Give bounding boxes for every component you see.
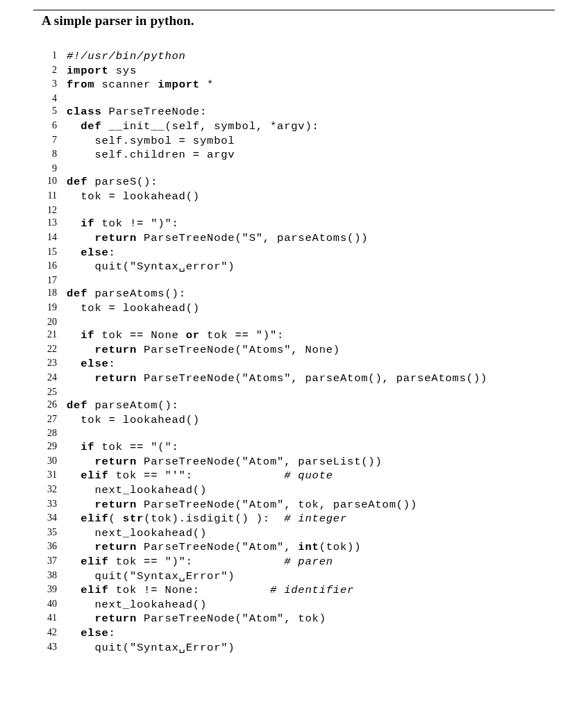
code-line: 18def parseAtoms(): <box>33 287 555 301</box>
text-token: tok != ")": <box>94 217 178 230</box>
keyword-token: int <box>298 541 319 553</box>
code-line: 11 tok = lookahead() <box>33 190 555 204</box>
text-token: (tok).isdigit() ): <box>144 512 284 525</box>
text-token: ( <box>109 512 123 525</box>
code-content: return ParseTreeNode("Atom", parseList()… <box>67 455 555 469</box>
line-number: 10 <box>33 175 67 190</box>
text-token <box>67 499 94 511</box>
code-line: 37 elif tok == ")": # paren <box>33 555 555 569</box>
text-token: tok != None: <box>109 584 270 596</box>
line-number: 19 <box>33 301 67 316</box>
text-token: ParseTreeNode("Atom", tok) <box>137 612 326 625</box>
code-line: 14 return ParseTreeNode("S", parseAtoms(… <box>33 231 555 246</box>
code-line: 4 <box>33 92 555 106</box>
code-line: 13 if tok != ")": <box>33 217 555 231</box>
code-content: quit("Syntax␣error") <box>67 260 555 274</box>
text-token: parseAtom(): <box>87 399 178 412</box>
code-content: return ParseTreeNode("Atom", tok, parseA… <box>67 498 555 512</box>
text-token: tok == ")": <box>109 555 285 568</box>
text-token: tok = lookahead() <box>67 190 200 203</box>
keyword-token: def <box>67 287 87 300</box>
text-token <box>67 612 94 625</box>
text-token: ParseTreeNode("Atom", <box>137 541 298 553</box>
code-line: 20 <box>33 316 555 329</box>
line-number: 22 <box>33 343 67 358</box>
text-token <box>67 120 81 133</box>
line-number: 7 <box>33 134 67 149</box>
code-line: 5class ParseTreeNode: <box>33 105 555 119</box>
line-number: 1 <box>33 49 67 64</box>
text-token <box>67 469 81 482</box>
comment-token: # quote <box>284 469 333 482</box>
code-line: 26def parseAtom(): <box>33 399 555 413</box>
line-number: 2 <box>33 64 67 78</box>
line-number: 43 <box>33 641 67 655</box>
code-content: else: <box>67 357 555 371</box>
code-content: else: <box>67 626 555 641</box>
comment-token: #!/usr/bin/python <box>67 50 186 62</box>
line-number: 37 <box>33 555 67 569</box>
code-content: tok = lookahead() <box>67 413 555 428</box>
code-line: 36 return ParseTreeNode("Atom", int(tok)… <box>33 540 555 555</box>
code-line: 38 quit("Syntax␣Error") <box>33 569 555 584</box>
code-content: tok = lookahead() <box>67 301 555 316</box>
text-token: sys <box>109 65 137 77</box>
keyword-token: def <box>81 120 101 133</box>
comment-token: # integer <box>284 512 347 525</box>
text-token <box>67 217 81 230</box>
code-content: elif( str(tok).isdigit() ): # integer <box>67 512 555 526</box>
text-token: self.children = argv <box>67 149 235 161</box>
code-content: class ParseTreeNode: <box>67 105 555 119</box>
text-token: ParseTreeNode("Atoms", None) <box>137 344 340 356</box>
line-number: 18 <box>33 287 67 301</box>
keyword-token: return <box>94 499 137 511</box>
code-content: elif tok == ")": # paren <box>67 555 555 569</box>
code-line: 7 self.symbol = symbol <box>33 134 555 149</box>
code-line: 27 tok = lookahead() <box>33 413 555 428</box>
code-content <box>67 386 555 399</box>
line-number: 3 <box>33 78 67 92</box>
code-content: #!/usr/bin/python <box>67 49 555 64</box>
keyword-token: if <box>81 441 94 453</box>
code-content: next_lookahead() <box>67 526 555 541</box>
code-line: 24 return ParseTreeNode("Atoms", parseAt… <box>33 371 555 386</box>
text-token <box>67 627 81 639</box>
text-token <box>67 555 81 568</box>
line-number: 29 <box>33 440 67 455</box>
text-token: ParseTreeNode("Atom", parseList()) <box>137 455 383 468</box>
text-token: scanner <box>94 78 158 91</box>
keyword-token: else <box>81 246 108 259</box>
code-line: 33 return ParseTreeNode("Atom", tok, par… <box>33 498 555 512</box>
code-content: def parseAtoms(): <box>67 287 555 301</box>
line-number: 5 <box>33 105 67 119</box>
text-token: (tok)) <box>319 541 362 553</box>
text-token <box>67 541 94 553</box>
line-number: 6 <box>33 119 67 134</box>
code-content: tok = lookahead() <box>67 190 555 204</box>
text-token: parseS(): <box>87 176 158 188</box>
text-token <box>67 584 81 596</box>
line-number: 34 <box>33 512 67 526</box>
line-number: 11 <box>33 190 67 204</box>
code-line: 31 elif tok == "'": # quote <box>33 469 555 483</box>
text-token: quit("Syntax␣Error") <box>67 570 235 583</box>
code-line: 32 next_lookahead() <box>33 483 555 498</box>
keyword-token: if <box>81 217 94 230</box>
text-token: tok = lookahead() <box>67 414 200 426</box>
line-number: 27 <box>33 413 67 428</box>
text-token <box>67 246 81 259</box>
code-line: 10def parseS(): <box>33 175 555 190</box>
text-token: tok = lookahead() <box>67 302 200 315</box>
code-line: 40 next_lookahead() <box>33 598 555 612</box>
code-content: return ParseTreeNode("Atom", int(tok)) <box>67 540 555 555</box>
code-line: 17 <box>33 274 555 287</box>
code-content: self.symbol = symbol <box>67 134 555 149</box>
code-content: def parseAtom(): <box>67 399 555 413</box>
keyword-token: def <box>67 176 87 188</box>
code-content: quit("Syntax␣Error") <box>67 569 555 584</box>
line-number: 14 <box>33 231 67 246</box>
line-number: 26 <box>33 399 67 413</box>
keyword-token: return <box>94 372 137 385</box>
code-line: 3from scanner import * <box>33 78 555 92</box>
line-number: 24 <box>33 371 67 386</box>
